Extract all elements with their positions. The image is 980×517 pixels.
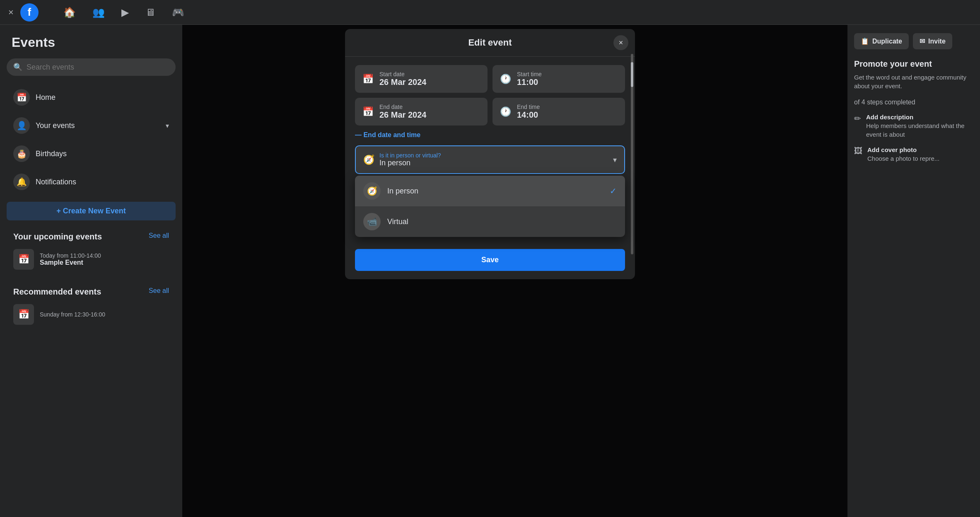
location-value: In person — [379, 159, 441, 167]
modal-close-button[interactable]: × — [613, 35, 628, 50]
sidebar-item-notifications[interactable]: 🔔 Notifications — [7, 169, 176, 195]
upcoming-events-title: Your upcoming events See all — [7, 227, 176, 245]
promote-desc: Get the word out and engage community ab… — [854, 73, 973, 90]
end-date-field[interactable]: 📅 End date 26 Mar 2024 — [355, 98, 488, 126]
start-date-value: 26 Mar 2024 — [379, 77, 426, 87]
event-date: Today from 11:00-14:00 — [40, 252, 169, 259]
pencil-icon: ✏ — [854, 114, 861, 123]
sidebar-title: Events — [7, 35, 176, 50]
start-time-label: Start time — [517, 71, 542, 77]
end-time-label: End time — [517, 104, 540, 110]
dropdown-option-in-person[interactable]: 🧭 In person ✓ — [355, 176, 625, 206]
sidebar-item-birthdays[interactable]: 🎂 Birthdays — [7, 140, 176, 167]
right-panel: 📋 Duplicate ✉ Invite Promote your event … — [847, 25, 980, 517]
virtual-label: Virtual — [387, 217, 408, 226]
end-date-time-link[interactable]: — End date and time — [355, 131, 625, 139]
promote-title: Promote your event — [854, 59, 973, 69]
recommended-event-item[interactable]: 📅 Sunday from 12:30-16:00 — [7, 300, 176, 329]
recommended-see-all[interactable]: See all — [149, 287, 169, 295]
edit-event-modal: Edit event × 📅 Start date 26 Mar 2024 🕐 … — [345, 29, 635, 279]
search-box[interactable]: 🔍 — [7, 58, 176, 76]
start-date-field[interactable]: 📅 Start date 26 Mar 2024 — [355, 65, 488, 93]
step-add-cover-photo: 🖼 Add cover photo Choose a photo to repr… — [854, 145, 973, 163]
end-time-content: End time 14:00 — [517, 104, 540, 120]
search-icon: 🔍 — [13, 63, 22, 72]
save-button[interactable]: Save — [355, 249, 625, 271]
end-calendar-icon: 📅 — [362, 106, 374, 117]
gaming-nav-icon[interactable]: 🎮 — [172, 7, 184, 18]
facebook-logo: f — [20, 3, 39, 22]
modal-body: 📅 Start date 26 Mar 2024 🕐 Start time 11… — [345, 57, 635, 279]
upcoming-see-all[interactable]: See all — [149, 232, 169, 239]
topbar-nav-icons: 🏠 👥 ▶ 🖥 🎮 — [63, 7, 184, 18]
invite-icon: ✉ — [920, 37, 925, 45]
your-events-icon: 👤 — [13, 117, 30, 134]
invite-label: Invite — [928, 38, 946, 45]
notifications-icon: 🔔 — [13, 174, 30, 190]
duplicate-button[interactable]: 📋 Duplicate — [854, 33, 909, 49]
event-actions: 📋 Duplicate ✉ Invite — [854, 33, 973, 49]
event-name: Sample Event — [40, 259, 169, 266]
step-description-title: Add description — [866, 113, 973, 121]
topbar: × f 🏠 👥 ▶ 🖥 🎮 — [0, 0, 980, 25]
step-cover-body: Choose a photo to repre... — [867, 155, 939, 162]
in-person-icon: 🧭 — [363, 182, 381, 200]
sidebar-item-home-label: Home — [36, 93, 56, 102]
friends-nav-icon[interactable]: 👥 — [92, 7, 105, 18]
step-cover-title: Add cover photo — [867, 145, 939, 154]
photo-icon: 🖼 — [854, 146, 862, 156]
location-icon: 🧭 — [363, 155, 374, 165]
location-content: Is it in person or virtual? In person — [379, 152, 441, 167]
sidebar-item-your-events[interactable]: 👤 Your events ▾ — [7, 112, 176, 139]
location-chevron-icon: ▾ — [613, 155, 617, 164]
recommended-event-info: Sunday from 12:30-16:00 — [40, 311, 169, 318]
start-time-content: Start time 11:00 — [517, 71, 542, 87]
checkmark-icon: ✓ — [610, 186, 617, 196]
watch-nav-icon[interactable]: ▶ — [121, 7, 129, 18]
step-description-text: Add description Help members understand … — [866, 113, 973, 139]
location-container: 🧭 Is it in person or virtual? In person … — [355, 145, 625, 174]
step-cover-text: Add cover photo Choose a photo to repre.… — [867, 145, 939, 163]
topbar-close-button[interactable]: × — [8, 7, 14, 18]
virtual-icon: 📹 — [363, 213, 381, 230]
search-input[interactable] — [27, 63, 169, 72]
scroll-thumb — [631, 62, 633, 87]
location-select[interactable]: 🧭 Is it in person or virtual? In person … — [355, 145, 625, 174]
end-time-value: 14:00 — [517, 110, 540, 120]
end-time-field[interactable]: 🕐 End time 14:00 — [492, 98, 625, 126]
end-date-content: End date 26 Mar 2024 — [379, 104, 426, 120]
step-add-description: ✏ Add description Help members understan… — [854, 113, 973, 139]
start-time-value: 11:00 — [517, 77, 542, 87]
start-date-label: Start date — [379, 71, 426, 77]
invite-button[interactable]: ✉ Invite — [913, 33, 952, 49]
duplicate-icon: 📋 — [861, 37, 869, 45]
start-date-content: Start date 26 Mar 2024 — [379, 71, 426, 87]
dropdown-option-virtual[interactable]: 📹 Virtual — [355, 206, 625, 237]
sidebar-item-your-events-label: Your events — [36, 121, 75, 130]
calendar-icon: 📅 — [362, 74, 374, 85]
create-new-event-button[interactable]: + Create New Event — [7, 202, 176, 220]
start-time-field[interactable]: 🕐 Start time 11:00 — [492, 65, 625, 93]
end-date-label: End date — [379, 104, 426, 110]
end-date-value: 26 Mar 2024 — [379, 110, 426, 120]
birthdays-icon: 🎂 — [13, 145, 30, 162]
steps-label: of 4 steps completed — [854, 99, 973, 106]
location-label: Is it in person or virtual? — [379, 152, 441, 159]
marketplace-nav-icon[interactable]: 🖥 — [145, 7, 155, 18]
upcoming-event-item[interactable]: 📅 Today from 11:00-14:00 Sample Event — [7, 245, 176, 274]
recommended-events-title: Recommended events See all — [7, 282, 176, 300]
modal-header: Edit event × — [345, 29, 635, 57]
recommended-event-calendar-icon: 📅 — [13, 304, 34, 325]
chevron-down-icon: ▾ — [166, 122, 169, 130]
location-dropdown-menu: 🧭 In person ✓ 📹 Virtual — [355, 176, 625, 237]
home-nav-icon[interactable]: 🏠 — [63, 7, 76, 18]
modal-title: Edit event — [468, 37, 512, 48]
scroll-indicator — [631, 54, 633, 254]
end-clock-icon: 🕐 — [500, 106, 511, 117]
sidebar: Events 🔍 📅 Home 👤 Your events ▾ 🎂 Birthd… — [0, 25, 182, 517]
sidebar-item-home[interactable]: 📅 Home — [7, 84, 176, 111]
promote-section: Promote your event Get the word out and … — [854, 59, 973, 163]
datetime-grid: 📅 Start date 26 Mar 2024 🕐 Start time 11… — [355, 65, 625, 126]
duplicate-label: Duplicate — [872, 38, 902, 45]
in-person-label: In person — [387, 187, 418, 196]
